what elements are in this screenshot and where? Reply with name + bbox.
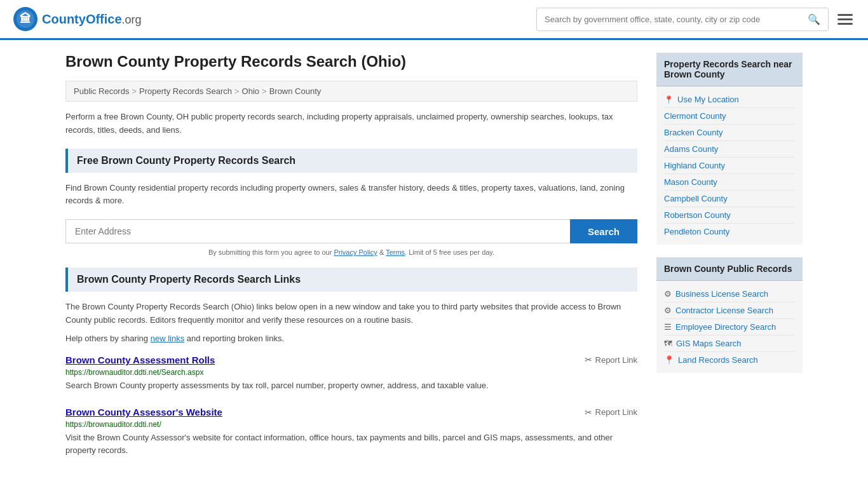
- free-search-section-header: Free Brown County Property Records Searc…: [65, 149, 637, 173]
- report-link-button-1[interactable]: ✂ Report Link: [585, 355, 637, 365]
- gis-maps-icon: 🗺: [664, 339, 672, 348]
- report-icon-1: ✂: [585, 355, 592, 365]
- use-my-location-link[interactable]: Use My Location: [677, 95, 739, 104]
- breadcrumb-public-records[interactable]: Public Records: [74, 86, 129, 96]
- gis-maps-search-link[interactable]: GIS Maps Search: [676, 339, 742, 348]
- report-icon-2: ✂: [585, 407, 592, 417]
- links-section-header: Brown County Property Records Search Lin…: [65, 268, 637, 292]
- sidebar-item-bracken[interactable]: Bracken County: [664, 125, 795, 141]
- page-description: Perform a free Brown County, OH public p…: [65, 111, 637, 137]
- sidebar-item-highland[interactable]: Highland County: [664, 158, 795, 174]
- sidebar-public-records-title: Brown County Public Records: [656, 257, 803, 281]
- breadcrumb-property-records-search[interactable]: Property Records Search: [139, 86, 232, 96]
- links-description: The Brown County Property Records Search…: [65, 301, 637, 327]
- campbell-county-link[interactable]: Campbell County: [664, 194, 728, 203]
- highland-county-link[interactable]: Highland County: [664, 161, 725, 170]
- sidebar-nearby-title: Property Records Search near Brown Count…: [656, 53, 803, 86]
- hamburger-menu-button[interactable]: [835, 11, 855, 27]
- record-link-assessment-rolls: Brown County Assessment Rolls ✂ Report L…: [65, 355, 637, 392]
- logo[interactable]: 🏛 CountyOffice.org: [13, 6, 142, 32]
- sidebar-public-records-links: ⚙ Business License Search ⚙ Contractor L…: [656, 281, 803, 373]
- address-search-form: Search: [65, 219, 637, 243]
- sidebar: Property Records Search near Brown Count…: [656, 53, 803, 471]
- sidebar-item-employee-directory[interactable]: ☰ Employee Directory Search: [664, 319, 795, 336]
- share-text: Help others by sharing new links and rep…: [65, 334, 637, 343]
- breadcrumb-ohio[interactable]: Ohio: [242, 86, 259, 96]
- sidebar-item-clermont[interactable]: Clermont County: [664, 108, 795, 125]
- land-records-icon: 📍: [664, 355, 674, 365]
- main-content: Brown County Property Records Search (Oh…: [65, 53, 637, 471]
- sidebar-item-mason[interactable]: Mason County: [664, 174, 795, 191]
- employee-directory-icon: ☰: [664, 322, 672, 332]
- pendleton-county-link[interactable]: Pendleton County: [664, 227, 729, 236]
- adams-county-link[interactable]: Adams County: [664, 144, 718, 154]
- free-search-description: Find Brown County residential property r…: [65, 182, 637, 208]
- header-search-input[interactable]: [537, 10, 800, 29]
- contractor-license-search-link[interactable]: Contractor License Search: [675, 306, 773, 315]
- sidebar-item-business-license[interactable]: ⚙ Business License Search: [664, 286, 795, 302]
- new-links-link[interactable]: new links: [151, 334, 184, 343]
- contractor-license-icon: ⚙: [664, 306, 672, 315]
- sidebar-nearby-section: Property Records Search near Brown Count…: [656, 53, 803, 245]
- main-container: Brown County Property Records Search (Oh…: [53, 40, 815, 484]
- mason-county-link[interactable]: Mason County: [664, 177, 717, 187]
- site-header: 🏛 CountyOffice.org 🔍: [0, 0, 868, 40]
- sidebar-use-location[interactable]: 📍 Use My Location: [664, 92, 795, 108]
- sidebar-public-records-section: Brown County Public Records ⚙ Business L…: [656, 257, 803, 373]
- page-title: Brown County Property Records Search (Oh…: [65, 53, 637, 71]
- assessment-rolls-desc: Search Brown County property assessments…: [65, 379, 637, 392]
- business-license-search-link[interactable]: Business License Search: [675, 289, 768, 299]
- breadcrumb-brown-county: Brown County: [269, 86, 322, 96]
- logo-icon: 🏛: [13, 6, 38, 32]
- header-search-button[interactable]: 🔍: [800, 8, 828, 30]
- sidebar-item-pendleton[interactable]: Pendleton County: [664, 224, 795, 240]
- employee-directory-search-link[interactable]: Employee Directory Search: [675, 322, 776, 332]
- clermont-county-link[interactable]: Clermont County: [664, 111, 726, 121]
- business-license-icon: ⚙: [664, 289, 672, 299]
- sidebar-nearby-links: 📍 Use My Location Clermont County Bracke…: [656, 86, 803, 245]
- assessment-rolls-link[interactable]: Brown County Assessment Rolls: [65, 355, 215, 365]
- land-records-search-link[interactable]: Land Records Search: [678, 355, 758, 365]
- bracken-county-link[interactable]: Bracken County: [664, 128, 723, 137]
- assessors-website-url: https://brownauditor.ddti.net/: [65, 420, 637, 429]
- header-right: 🔍: [536, 8, 855, 31]
- terms-link[interactable]: Terms: [386, 248, 405, 256]
- report-link-button-2[interactable]: ✂ Report Link: [585, 407, 637, 417]
- assessors-website-desc: Visit the Brown County Assessor's websit…: [65, 431, 637, 456]
- sidebar-item-campbell[interactable]: Campbell County: [664, 191, 795, 207]
- header-search-bar: 🔍: [536, 8, 829, 31]
- svg-text:🏛: 🏛: [20, 12, 31, 25]
- address-search-button[interactable]: Search: [570, 219, 637, 243]
- assessment-rolls-url: https://brownauditor.ddti.net/Search.asp…: [65, 368, 637, 377]
- address-search-input[interactable]: [65, 219, 570, 243]
- sidebar-item-gis-maps[interactable]: 🗺 GIS Maps Search: [664, 336, 795, 352]
- location-dot-icon: 📍: [664, 95, 674, 104]
- assessors-website-link[interactable]: Brown County Assessor's Website: [65, 407, 222, 417]
- sidebar-item-robertson[interactable]: Robertson County: [664, 207, 795, 224]
- form-terms: By submitting this form you agree to our…: [65, 248, 637, 256]
- record-link-assessors-website: Brown County Assessor's Website ✂ Report…: [65, 407, 637, 456]
- privacy-policy-link[interactable]: Privacy Policy: [334, 248, 377, 256]
- sidebar-item-land-records[interactable]: 📍 Land Records Search: [664, 352, 795, 368]
- logo-text: CountyOffice.org: [42, 12, 142, 27]
- breadcrumb: Public Records > Property Records Search…: [65, 81, 637, 102]
- robertson-county-link[interactable]: Robertson County: [664, 210, 731, 220]
- sidebar-item-adams[interactable]: Adams County: [664, 141, 795, 158]
- sidebar-item-contractor-license[interactable]: ⚙ Contractor License Search: [664, 302, 795, 319]
